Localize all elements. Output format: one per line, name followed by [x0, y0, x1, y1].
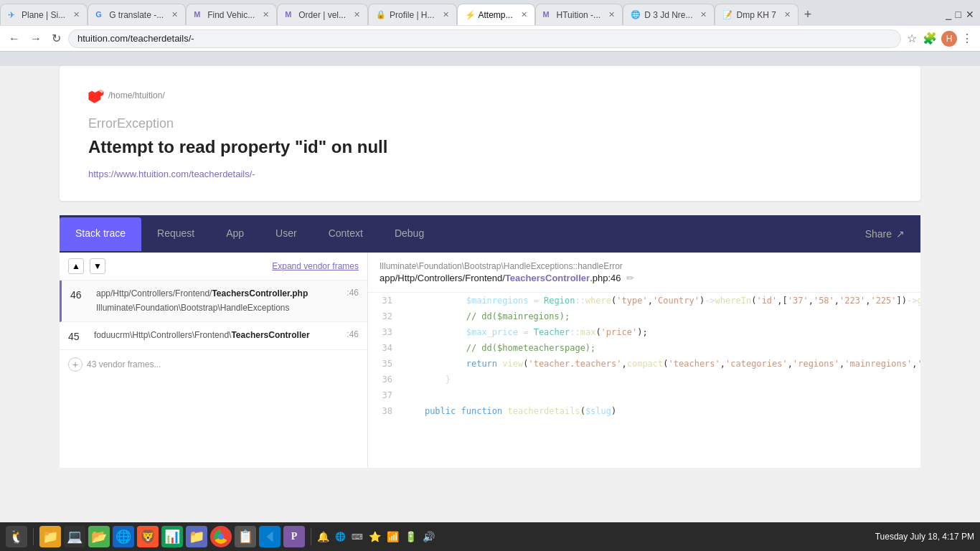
new-tab-button[interactable]: + — [798, 7, 818, 22]
tab-close-d3jd[interactable]: ✕ — [696, 10, 707, 19]
vendor-frames-label: 43 vendor frames... — [87, 359, 161, 369]
maximize-icon[interactable]: □ — [956, 9, 961, 20]
taskbar-sheets-icon[interactable]: 📊 — [161, 526, 183, 547]
tab-bar-controls: ⎯ □ ✕ — [946, 9, 980, 20]
tab-label-d3jd: D 3 Jd Nre... — [644, 10, 692, 20]
taskbar-terminal-icon[interactable]: 💻 — [64, 526, 85, 547]
share-button[interactable]: Share ↗ — [849, 218, 920, 250]
tab-request[interactable]: Request — [141, 217, 210, 251]
taskbar-bravura-icon[interactable]: 🦁 — [137, 526, 159, 547]
taskbar-volume-icon[interactable]: 🔊 — [423, 531, 435, 542]
tab-close-plane[interactable]: ✕ — [69, 10, 80, 19]
forward-button[interactable]: → — [27, 31, 44, 47]
error-type: ErrorException — [88, 116, 892, 131]
taskbar-wifi-icon[interactable]: 📶 — [387, 531, 399, 542]
tab-d3jd[interactable]: 🌐 D 3 Jd Nre... ✕ — [623, 4, 715, 25]
tab-label-plane: Plane | Si... — [22, 10, 65, 20]
profile-icon[interactable]: H — [941, 31, 957, 47]
code-line-38: 38 public function teacherdetails($slug) — [368, 403, 920, 419]
tab-plane[interactable]: ✈ Plane | Si... ✕ — [0, 4, 88, 25]
tab-close-htuition[interactable]: ✕ — [604, 10, 615, 19]
tab-dmpkh7[interactable]: 📝 Dmp KH 7 ✕ — [715, 4, 798, 25]
taskbar-phpstorm-icon[interactable]: P — [283, 526, 305, 547]
taskbar-battery-icon[interactable]: 🔋 — [405, 531, 417, 542]
tab-user[interactable]: User — [260, 217, 313, 251]
code-header: Illuminate\Foundation\Bootstrap\HandleEx… — [368, 253, 920, 293]
tab-translate[interactable]: G G translate -... ✕ — [88, 4, 186, 25]
tab-close-translate[interactable]: ✕ — [167, 10, 178, 19]
tab-attempt[interactable]: ⚡ Attemp... ✕ — [457, 4, 535, 25]
taskbar-ubuntu-icon[interactable]: 🐧 — [6, 526, 27, 547]
error-message: Attempt to read property "id" on null — [88, 137, 892, 157]
tab-close-order[interactable]: ✕ — [349, 10, 360, 19]
line-code-32: // dd($mainregions); — [404, 309, 570, 324]
tab-close-attempt[interactable]: ✕ — [517, 10, 527, 19]
tab-close-dmpkh7[interactable]: ✕ — [780, 10, 791, 19]
taskbar-clipboard-icon[interactable]: 📋 — [235, 526, 256, 547]
back-button[interactable]: ← — [6, 31, 23, 47]
tab-favicon-profile: 🔒 — [376, 10, 386, 20]
page-content: /home/htuition/ ErrorException Attempt t… — [0, 66, 980, 551]
frame-file-45: foduucrm\Http\Controllers\Frontend\Teach… — [94, 329, 347, 342]
tab-findvehicle[interactable]: M Find Vehic... ✕ — [186, 4, 277, 25]
tab-favicon-plane: ✈ — [8, 10, 18, 20]
tab-favicon-order: M — [285, 10, 295, 20]
tab-stack-trace[interactable]: Stack trace — [60, 217, 141, 251]
taskbar-files-icon[interactable]: 📁 — [39, 526, 61, 547]
tab-profile[interactable]: 🔒 Profile | H... ✕ — [368, 4, 456, 25]
address-icons: ☆ 🧩 H ⋮ — [905, 30, 974, 47]
close-icon[interactable]: ✕ — [966, 9, 974, 20]
extensions-icon[interactable]: 🧩 — [921, 30, 938, 47]
taskbar-notification-icon[interactable]: 🔔 — [317, 531, 329, 542]
edit-file-icon[interactable]: ✏ — [626, 273, 634, 283]
frame-item-45[interactable]: 45 foduucrm\Http\Controllers\Frontend\Te… — [60, 322, 367, 350]
taskbar: 🐧 📁 💻 📂 🌐 🦁 📊 📁 📋 P 🔔 🌐 ⌨ ⭐ 📶 🔋 🔊 Tuesda… — [0, 522, 980, 551]
code-line-31: 31 $mainregions = Region::where('type','… — [368, 293, 920, 309]
error-url-link[interactable]: https://www.htuition.com/teacherdetails/… — [88, 169, 255, 179]
taskbar-separator-1 — [33, 528, 34, 545]
tab-htuition[interactable]: M HTuition -... ✕ — [535, 4, 623, 25]
laravel-logo-icon — [88, 88, 104, 103]
tab-context[interactable]: Context — [313, 217, 379, 251]
taskbar-fm-icon[interactable]: 📂 — [88, 526, 110, 547]
taskbar-chrome-icon[interactable] — [210, 526, 232, 547]
tab-app[interactable]: App — [210, 217, 260, 251]
taskbar-chrome2-icon[interactable]: 🌐 — [335, 532, 346, 542]
code-line-32: 32 // dd($mainregions); — [368, 309, 920, 324]
frame-path-46: app/Http/Controllers/Frontend/ — [96, 288, 212, 298]
tab-order[interactable]: M Order | vel... ✕ — [277, 4, 368, 25]
line-number-38: 38 — [368, 403, 404, 419]
frames-down-button[interactable]: ▼ — [90, 258, 105, 274]
vendor-frames-button[interactable]: + 43 vendor frames... — [60, 350, 367, 379]
frame-sub-46: Illuminate\Foundation\Bootstrap\HandleEx… — [96, 302, 347, 314]
tab-close-findvehicle[interactable]: ✕ — [258, 10, 269, 19]
share-icon: ↗ — [896, 228, 905, 240]
taskbar-star-icon[interactable]: ⭐ — [369, 531, 381, 542]
error-panel: /home/htuition/ ErrorException Attempt t… — [60, 66, 920, 201]
line-number-33: 33 — [368, 324, 404, 340]
tab-label-attempt: Attemp... — [479, 10, 513, 20]
settings-icon[interactable]: ⋮ — [960, 30, 974, 47]
tab-label-translate: G translate -... — [109, 10, 164, 20]
frame-item-46[interactable]: 46 app/Http/Controllers/Frontend/Teacher… — [60, 281, 367, 322]
tab-label-order: Order | vel... — [298, 10, 346, 20]
taskbar-vscode-icon[interactable] — [259, 526, 281, 547]
taskbar-keyboard-icon[interactable]: ⌨ — [352, 532, 363, 542]
expand-vendor-link[interactable]: Expand vendor frames — [272, 261, 359, 271]
taskbar-folder2-icon[interactable]: 📁 — [186, 526, 207, 547]
line-code-33: $max_price = Teacher::max('price'); — [404, 324, 648, 340]
tab-bar: ✈ Plane | Si... ✕ G G translate -... ✕ M… — [0, 0, 980, 26]
stack-tabs: Stack trace Request App User Context Deb… — [60, 215, 920, 253]
browser-chrome: ✈ Plane | Si... ✕ G G translate -... ✕ M… — [0, 0, 980, 551]
frames-up-button[interactable]: ▲ — [68, 258, 84, 274]
reload-button[interactable]: ↻ — [49, 30, 64, 47]
tab-debug[interactable]: Debug — [379, 217, 440, 251]
code-line-33: 33 $max_price = Teacher::max('price'); — [368, 324, 920, 340]
tab-label-findvehicle: Find Vehic... — [207, 10, 255, 20]
tab-close-profile[interactable]: ✕ — [438, 10, 449, 19]
taskbar-browser2-icon[interactable]: 🌐 — [113, 526, 134, 547]
tab-favicon-translate: G — [95, 10, 105, 20]
address-input[interactable] — [68, 29, 901, 48]
bookmark-icon[interactable]: ☆ — [905, 30, 918, 47]
minimize-icon[interactable]: ⎯ — [946, 9, 951, 20]
